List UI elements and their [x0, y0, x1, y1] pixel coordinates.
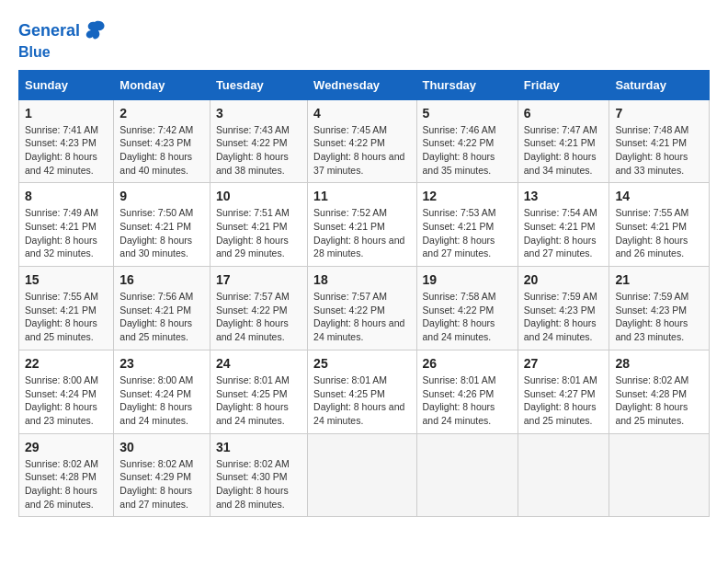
day-cell-3: 3 Sunrise: 7:43 AM Sunset: 4:22 PM Dayli… [210, 99, 307, 183]
day-number: 11 [313, 189, 410, 203]
sunset-label: Sunset: 4:25 PM [216, 388, 288, 399]
day-number: 14 [615, 189, 703, 203]
day-info: Sunrise: 8:00 AM Sunset: 4:24 PM Dayligh… [25, 373, 108, 428]
sunrise-label: Sunrise: 7:59 AM [615, 291, 688, 302]
daylight-label: Daylight: 8 hours and 27 minutes. [119, 485, 192, 510]
day-cell-24: 24 Sunrise: 8:01 AM Sunset: 4:25 PM Dayl… [210, 350, 307, 433]
sunset-label: Sunset: 4:22 PM [216, 304, 288, 316]
day-number: 22 [25, 356, 108, 371]
sunrise-label: Sunrise: 7:58 AM [423, 291, 496, 302]
daylight-label: Daylight: 8 hours and 38 minutes. [216, 151, 289, 176]
sunset-label: Sunset: 4:21 PM [524, 221, 596, 232]
day-number: 18 [313, 272, 410, 287]
day-info: Sunrise: 7:59 AM Sunset: 4:23 PM Dayligh… [615, 290, 703, 344]
day-info: Sunrise: 7:55 AM Sunset: 4:21 PM Dayligh… [615, 206, 703, 260]
weekday-header-row: SundayMondayTuesdayWednesdayThursdayFrid… [19, 70, 710, 99]
day-cell-25: 25 Sunrise: 8:01 AM Sunset: 4:25 PM Dayl… [308, 350, 416, 433]
day-cell-21: 21 Sunrise: 7:59 AM Sunset: 4:23 PM Dayl… [609, 267, 710, 350]
day-number: 27 [524, 356, 604, 371]
sunset-label: Sunset: 4:21 PM [524, 137, 596, 148]
day-info: Sunrise: 7:45 AM Sunset: 4:22 PM Dayligh… [313, 123, 410, 178]
day-number: 15 [25, 272, 108, 287]
sunrise-label: Sunrise: 7:56 AM [119, 291, 193, 302]
day-info: Sunrise: 7:50 AM Sunset: 4:21 PM Dayligh… [119, 206, 204, 260]
sunrise-label: Sunrise: 7:42 AM [119, 124, 193, 135]
day-cell-13: 13 Sunrise: 7:54 AM Sunset: 4:21 PM Dayl… [518, 183, 609, 267]
day-info: Sunrise: 7:47 AM Sunset: 4:21 PM Dayligh… [524, 123, 604, 178]
day-cell-23: 23 Sunrise: 8:00 AM Sunset: 4:24 PM Dayl… [114, 350, 210, 433]
logo-text: General [18, 22, 80, 40]
sunset-label: Sunset: 4:23 PM [119, 137, 191, 148]
sunset-label: Sunset: 4:21 PM [119, 304, 191, 316]
daylight-label: Daylight: 8 hours and 28 minutes. [313, 235, 404, 259]
day-cell-26: 26 Sunrise: 8:01 AM Sunset: 4:26 PM Dayl… [416, 350, 518, 433]
sunrise-label: Sunrise: 7:53 AM [423, 207, 496, 218]
calendar-week-row: 29 Sunrise: 8:02 AM Sunset: 4:28 PM Dayl… [19, 433, 710, 517]
daylight-label: Daylight: 8 hours and 30 minutes. [119, 235, 192, 259]
calendar-table: SundayMondayTuesdayWednesdayThursdayFrid… [18, 70, 710, 518]
sunset-label: Sunset: 4:23 PM [615, 304, 687, 316]
day-number: 20 [524, 272, 604, 287]
daylight-label: Daylight: 8 hours and 35 minutes. [423, 151, 495, 176]
day-number: 17 [216, 272, 301, 287]
daylight-label: Daylight: 8 hours and 27 minutes. [524, 235, 597, 259]
sunset-label: Sunset: 4:23 PM [524, 304, 596, 316]
day-info: Sunrise: 7:51 AM Sunset: 4:21 PM Dayligh… [216, 206, 301, 260]
daylight-label: Daylight: 8 hours and 37 minutes. [313, 151, 404, 176]
header: General Blue [18, 18, 710, 61]
sunset-label: Sunset: 4:22 PM [423, 137, 495, 148]
daylight-label: Daylight: 8 hours and 33 minutes. [615, 151, 688, 176]
sunset-label: Sunset: 4:21 PM [119, 221, 191, 232]
calendar-week-row: 1 Sunrise: 7:41 AM Sunset: 4:23 PM Dayli… [19, 99, 710, 183]
sunset-label: Sunset: 4:22 PM [313, 137, 385, 148]
day-info: Sunrise: 7:43 AM Sunset: 4:22 PM Dayligh… [216, 123, 301, 178]
day-info: Sunrise: 8:01 AM Sunset: 4:27 PM Dayligh… [524, 373, 604, 428]
sunrise-label: Sunrise: 8:01 AM [524, 374, 597, 385]
daylight-label: Daylight: 8 hours and 25 minutes. [524, 401, 597, 426]
day-number: 7 [615, 106, 703, 121]
day-info: Sunrise: 8:02 AM Sunset: 4:28 PM Dayligh… [25, 457, 108, 511]
day-number: 12 [423, 189, 512, 203]
daylight-label: Daylight: 8 hours and 25 minutes. [615, 401, 688, 426]
day-cell-17: 17 Sunrise: 7:57 AM Sunset: 4:22 PM Dayl… [210, 267, 307, 350]
day-number: 13 [524, 189, 604, 203]
weekday-header-thursday: Thursday [416, 70, 518, 99]
daylight-label: Daylight: 8 hours and 24 minutes. [313, 317, 404, 342]
day-cell-20: 20 Sunrise: 7:59 AM Sunset: 4:23 PM Dayl… [518, 267, 609, 350]
sunset-label: Sunset: 4:28 PM [615, 388, 687, 399]
day-cell-5: 5 Sunrise: 7:46 AM Sunset: 4:22 PM Dayli… [416, 99, 518, 183]
daylight-label: Daylight: 8 hours and 34 minutes. [524, 151, 597, 176]
sunrise-label: Sunrise: 7:55 AM [615, 207, 688, 218]
day-number: 26 [423, 356, 512, 371]
day-cell-27: 27 Sunrise: 8:01 AM Sunset: 4:27 PM Dayl… [518, 350, 609, 433]
empty-day-cell [308, 433, 416, 517]
day-info: Sunrise: 7:49 AM Sunset: 4:21 PM Dayligh… [25, 206, 108, 260]
sunset-label: Sunset: 4:21 PM [216, 221, 288, 232]
day-info: Sunrise: 8:02 AM Sunset: 4:28 PM Dayligh… [615, 373, 703, 428]
day-cell-30: 30 Sunrise: 8:02 AM Sunset: 4:29 PM Dayl… [114, 433, 210, 517]
sunrise-label: Sunrise: 7:43 AM [216, 124, 290, 135]
empty-day-cell [518, 433, 609, 517]
sunrise-label: Sunrise: 8:02 AM [216, 458, 290, 469]
daylight-label: Daylight: 8 hours and 24 minutes. [216, 401, 289, 426]
daylight-label: Daylight: 8 hours and 24 minutes. [119, 401, 192, 426]
sunrise-label: Sunrise: 7:41 AM [25, 124, 98, 135]
day-info: Sunrise: 8:02 AM Sunset: 4:29 PM Dayligh… [119, 457, 204, 511]
sunrise-label: Sunrise: 7:45 AM [313, 124, 387, 135]
day-number: 19 [423, 272, 512, 287]
day-number: 31 [216, 440, 301, 454]
day-number: 10 [216, 189, 301, 203]
day-number: 28 [615, 356, 703, 371]
day-number: 16 [119, 272, 204, 287]
calendar-week-row: 15 Sunrise: 7:55 AM Sunset: 4:21 PM Dayl… [19, 267, 710, 350]
sunrise-label: Sunrise: 8:01 AM [423, 374, 496, 385]
day-cell-9: 9 Sunrise: 7:50 AM Sunset: 4:21 PM Dayli… [114, 183, 210, 267]
day-cell-18: 18 Sunrise: 7:57 AM Sunset: 4:22 PM Dayl… [308, 267, 416, 350]
day-info: Sunrise: 7:57 AM Sunset: 4:22 PM Dayligh… [313, 290, 410, 344]
sunrise-label: Sunrise: 7:47 AM [524, 124, 597, 135]
day-info: Sunrise: 7:56 AM Sunset: 4:21 PM Dayligh… [119, 290, 204, 344]
weekday-header-sunday: Sunday [19, 70, 114, 99]
sunset-label: Sunset: 4:25 PM [313, 388, 385, 399]
day-cell-28: 28 Sunrise: 8:02 AM Sunset: 4:28 PM Dayl… [609, 350, 710, 433]
day-cell-1: 1 Sunrise: 7:41 AM Sunset: 4:23 PM Dayli… [19, 99, 114, 183]
